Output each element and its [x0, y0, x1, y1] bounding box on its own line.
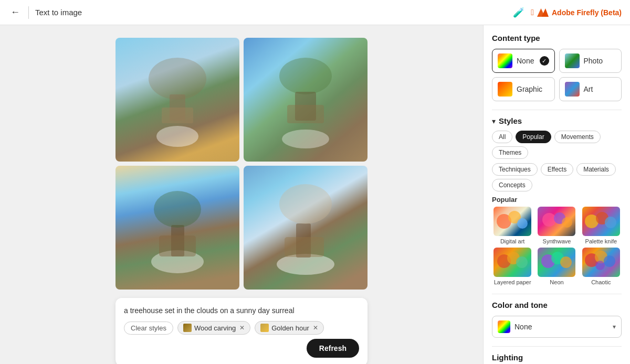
- style-filters-row1: All Popular Movements Themes: [492, 131, 622, 159]
- prompt-area: a treehouse set in the clouds on a sunny…: [116, 298, 368, 364]
- svg-rect-4: [162, 108, 193, 123]
- style-synthwave[interactable]: Synthwave: [536, 207, 577, 244]
- style-grid: Digital art Synthwave Palette knife: [492, 207, 622, 285]
- content-type-photo[interactable]: Photo: [559, 49, 622, 73]
- filter-techniques[interactable]: Techniques: [492, 163, 538, 176]
- content-type-section: Content type None ✓ Photo Graphic: [492, 34, 622, 101]
- clear-styles-button[interactable]: Clear styles: [124, 322, 173, 335]
- style-digital-art-thumb: [494, 207, 531, 236]
- style-layered-paper[interactable]: Layered paper: [492, 248, 533, 285]
- generated-image-2: [244, 38, 368, 162]
- adobe-logo-icon: : [531, 8, 534, 17]
- svg-rect-9: [287, 105, 324, 123]
- svg-point-36: [604, 255, 615, 267]
- wood-carving-icon: [183, 324, 192, 332]
- color-tone-icon: [498, 320, 510, 333]
- styles-collapse-button[interactable]: ▾: [492, 117, 496, 125]
- svg-rect-13: [159, 235, 196, 256]
- divider-3: [492, 346, 622, 347]
- selected-checkmark: ✓: [540, 56, 549, 66]
- style-neon[interactable]: Neon: [536, 248, 577, 285]
- filter-themes[interactable]: Themes: [492, 146, 528, 159]
- divider-1: [492, 110, 622, 110]
- filter-all[interactable]: All: [492, 131, 512, 143]
- svg-rect-17: [285, 237, 324, 257]
- style-palette-knife-thumb: [582, 207, 620, 236]
- wood-carving-label: Wood carving: [194, 324, 236, 332]
- content-type-graphic-label: Graphic: [517, 85, 542, 93]
- treehouse-illustration-1: [130, 47, 225, 152]
- svg-point-21: [517, 218, 528, 229]
- golden-hour-tag: Golden hour ✕: [255, 321, 324, 335]
- lab-icon: 🧪: [513, 7, 524, 18]
- style-neon-thumb: [538, 248, 575, 277]
- wood-carving-remove-button[interactable]: ✕: [239, 324, 245, 331]
- svg-point-10: [282, 130, 329, 148]
- style-digital-art[interactable]: Digital art: [492, 207, 533, 244]
- svg-point-22: [542, 213, 556, 227]
- back-button[interactable]: ←: [8, 5, 22, 20]
- color-tone-dropdown[interactable]: None ▾: [492, 316, 622, 338]
- style-layered-paper-thumb: [494, 248, 531, 277]
- style-filters-row2: Techniques Effects Materials Concepts: [492, 163, 622, 191]
- style-palette-knife[interactable]: Palette knife: [581, 207, 622, 244]
- filter-effects[interactable]: Effects: [541, 163, 573, 176]
- svg-point-33: [560, 256, 572, 268]
- generated-image-4: [244, 166, 368, 290]
- filter-materials[interactable]: Materials: [576, 163, 616, 176]
- header-divider: [28, 6, 29, 19]
- filter-popular[interactable]: Popular: [516, 131, 551, 143]
- treehouse-illustration-3: [130, 175, 225, 280]
- adobe-icon: [537, 8, 549, 17]
- color-tone-section: Color and tone None ▾: [492, 301, 622, 338]
- brand-name: Adobe Firefly (Beta): [552, 8, 622, 17]
- content-type-title: Content type: [492, 34, 622, 42]
- golden-hour-label: Golden hour: [271, 324, 309, 332]
- style-digital-art-label: Digital art: [500, 238, 524, 244]
- lighting-section: Lighting Golden hour ▾: [492, 353, 622, 364]
- svg-point-14: [154, 191, 201, 228]
- content-type-none-icon: [498, 53, 512, 68]
- style-synthwave-label: Synthwave: [543, 238, 571, 244]
- golden-hour-remove-button[interactable]: ✕: [313, 324, 318, 331]
- content-type-art[interactable]: Art: [559, 77, 622, 101]
- left-panel: a treehouse set in the clouds on a sunny…: [0, 25, 483, 364]
- color-tone-title: Color and tone: [492, 301, 622, 309]
- style-synthwave-thumb: [538, 207, 575, 236]
- treehouse-illustration-4: [258, 175, 353, 280]
- divider-2: [492, 294, 622, 294]
- refresh-button[interactable]: Refresh: [307, 339, 359, 358]
- style-chaotic-label: Chaotic: [591, 279, 611, 285]
- page-title: Text to image: [35, 8, 82, 17]
- golden-hour-icon: [260, 324, 269, 332]
- generated-image-3: [116, 166, 239, 290]
- svg-point-7: [279, 58, 332, 94]
- color-tone-chevron-icon: ▾: [613, 323, 616, 330]
- svg-point-27: [605, 217, 616, 228]
- style-palette-knife-label: Palette knife: [585, 238, 617, 244]
- style-neon-label: Neon: [550, 279, 563, 285]
- style-chaotic[interactable]: Chaotic: [581, 248, 622, 285]
- content-type-art-label: Art: [584, 85, 593, 93]
- prompt-tags: Clear styles Wood carving ✕ Golden hour …: [124, 321, 359, 358]
- content-type-graphic-icon: [498, 82, 512, 97]
- styles-section: ▾ Styles All Popular Movements Themes Te…: [492, 116, 622, 285]
- content-type-grid: None ✓ Photo Graphic Art: [492, 49, 622, 101]
- content-type-art-icon: [565, 82, 580, 97]
- filter-movements[interactable]: Movements: [554, 131, 601, 143]
- generated-image-1: [116, 38, 239, 162]
- svg-point-30: [516, 256, 528, 268]
- wood-carving-tag: Wood carving ✕: [177, 321, 250, 335]
- content-type-none[interactable]: None ✓: [492, 49, 555, 73]
- content-type-graphic[interactable]: Graphic: [492, 77, 555, 101]
- styles-title: Styles: [499, 116, 522, 125]
- content-type-none-label: None: [517, 57, 534, 65]
- svg-point-2: [149, 58, 206, 100]
- prompt-text: a treehouse set in the clouds on a sunny…: [124, 306, 359, 315]
- treehouse-illustration-2: [258, 47, 353, 152]
- image-grid: [116, 38, 368, 290]
- filter-concepts[interactable]: Concepts: [492, 179, 532, 191]
- svg-point-24: [562, 217, 572, 228]
- right-panel: Content type None ✓ Photo Graphic: [483, 25, 630, 364]
- popular-label: Popular: [492, 196, 622, 204]
